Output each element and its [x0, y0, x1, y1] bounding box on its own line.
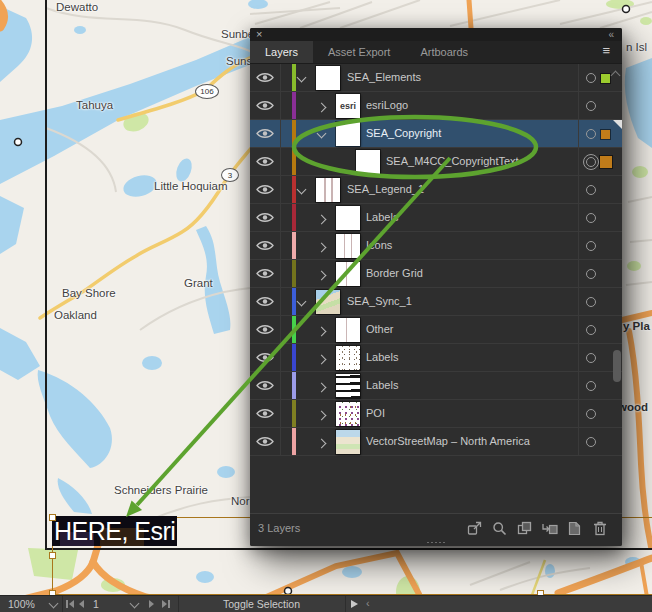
layer-row[interactable]: SEA_Sync_1 [250, 288, 622, 316]
chevron-right-icon[interactable] [317, 327, 327, 337]
layer-name[interactable]: VectorStreetMap – North America [366, 428, 530, 455]
layer-name[interactable]: SEA_Legend_1 [347, 176, 424, 203]
target-circle[interactable] [586, 381, 596, 391]
layer-name[interactable]: SEA_Copyright [366, 120, 441, 147]
chevron-right-icon[interactable] [317, 103, 327, 113]
collapse-panel-icon[interactable]: « [608, 28, 612, 41]
layer-name[interactable]: POI [366, 400, 385, 427]
zoom-dropdown-icon[interactable] [49, 599, 59, 609]
chevron-right-icon[interactable] [317, 411, 327, 421]
back-chevron-icon[interactable]: ‹ [366, 597, 370, 609]
close-icon[interactable]: × [256, 28, 262, 41]
chevron-right-icon[interactable] [317, 243, 327, 253]
layer-thumbnail[interactable]: esri [336, 94, 360, 118]
target-circle[interactable] [586, 297, 596, 307]
layer-name[interactable]: Other [366, 316, 394, 343]
collect-for-export-icon[interactable] [466, 520, 483, 536]
layer-name[interactable]: SEA_Elements [347, 64, 421, 91]
first-artboard-icon[interactable] [66, 600, 74, 608]
visibility-eye-icon[interactable] [250, 288, 280, 315]
visibility-eye-icon[interactable] [250, 92, 280, 119]
visibility-eye-icon[interactable] [250, 64, 280, 91]
layer-row[interactable]: Labels [250, 344, 622, 372]
visibility-eye-icon[interactable] [250, 428, 280, 455]
tab-asset-export[interactable]: Asset Export [313, 41, 405, 63]
visibility-eye-icon[interactable] [250, 260, 280, 287]
visibility-eye-icon[interactable] [250, 176, 280, 203]
tab-layers[interactable]: Layers [250, 41, 313, 63]
layer-row[interactable]: Icons [250, 232, 622, 260]
previous-artboard-icon[interactable] [79, 600, 84, 608]
layer-row[interactable]: SEA_Elements [250, 64, 622, 92]
chevron-down-icon[interactable] [297, 297, 307, 307]
visibility-eye-icon[interactable] [250, 120, 280, 147]
visibility-eye-icon[interactable] [250, 344, 280, 371]
target-circle[interactable] [586, 353, 596, 363]
target-circle[interactable] [586, 241, 596, 251]
scroll-up-icon[interactable] [611, 71, 621, 81]
layer-thumbnail[interactable] [336, 402, 360, 426]
layer-name[interactable]: esriLogo [366, 92, 408, 119]
layer-row[interactable]: Labels [250, 204, 622, 232]
artboard-number-field[interactable]: 1 [93, 598, 99, 610]
layer-row[interactable]: POI [250, 400, 622, 428]
layer-row[interactable]: SEA_Legend_1 [250, 176, 622, 204]
layer-row[interactable]: VectorStreetMap – North America [250, 428, 622, 456]
layer-thumbnail[interactable] [316, 178, 340, 202]
layer-name[interactable]: SEA_M4CC_CopyrightText [386, 148, 519, 175]
layer-thumbnail[interactable] [336, 234, 360, 258]
visibility-eye-icon[interactable] [250, 316, 280, 343]
layer-thumbnail[interactable] [336, 430, 360, 454]
target-circle[interactable] [586, 325, 596, 335]
layer-name[interactable]: Border Grid [366, 260, 423, 287]
target-circle[interactable] [586, 101, 596, 111]
play-icon[interactable] [351, 600, 358, 608]
chevron-right-icon[interactable] [317, 383, 327, 393]
locate-object-icon[interactable] [491, 520, 508, 536]
visibility-eye-icon[interactable] [250, 400, 280, 427]
layer-thumbnail[interactable] [316, 290, 340, 314]
layer-row[interactable]: Border Grid [250, 260, 622, 288]
layer-thumbnail[interactable] [336, 346, 360, 370]
toggle-selection-control[interactable]: Toggle Selection [178, 598, 345, 610]
chevron-down-icon[interactable] [297, 185, 307, 195]
layer-thumbnail[interactable] [356, 150, 380, 174]
zoom-level-field[interactable]: 100% [8, 598, 35, 610]
panel-menu-icon[interactable]: ≡ [602, 43, 610, 58]
target-circle[interactable] [586, 185, 596, 195]
visibility-eye-icon[interactable] [250, 232, 280, 259]
layer-thumbnail[interactable] [336, 122, 360, 146]
chevron-right-icon[interactable] [317, 215, 327, 225]
panel-scrollbar[interactable] [612, 64, 621, 514]
panel-resize-grip[interactable] [426, 541, 446, 544]
layer-name[interactable]: Labels [366, 372, 398, 399]
selection-handle[interactable] [49, 552, 56, 559]
layer-row[interactable]: esri esriLogo [250, 92, 622, 120]
target-circle[interactable] [586, 409, 596, 419]
chevron-right-icon[interactable] [317, 355, 327, 365]
create-layer-icon[interactable] [566, 520, 583, 536]
chevron-right-icon[interactable] [317, 439, 327, 449]
layer-row-selected[interactable]: SEA_Copyright [250, 120, 622, 148]
target-circle[interactable] [586, 73, 596, 83]
layer-thumbnail[interactable] [336, 374, 360, 398]
layer-name[interactable]: Labels [366, 204, 398, 231]
target-circle[interactable] [586, 129, 596, 139]
tab-artboards[interactable]: Artboards [405, 41, 483, 63]
layer-name[interactable]: Labels [366, 344, 398, 371]
last-artboard-icon[interactable] [162, 600, 170, 608]
selection-handle[interactable] [49, 514, 56, 521]
layer-thumbnail[interactable] [336, 206, 360, 230]
layer-name[interactable]: SEA_Sync_1 [347, 288, 412, 315]
chevron-down-icon[interactable] [297, 73, 307, 83]
scrollbar-thumb[interactable] [613, 350, 621, 382]
layer-thumbnail[interactable] [336, 262, 360, 286]
visibility-eye-icon[interactable] [250, 372, 280, 399]
target-circle[interactable] [586, 437, 596, 447]
layer-row[interactable]: SEA_M4CC_CopyrightText [250, 148, 622, 176]
artboard-dropdown-icon[interactable] [130, 599, 140, 609]
visibility-eye-icon[interactable] [250, 148, 280, 175]
layer-thumbnail[interactable] [316, 66, 340, 90]
chevron-down-icon[interactable] [317, 129, 327, 139]
copyright-text-object[interactable]: HERE, Esri [52, 516, 177, 546]
